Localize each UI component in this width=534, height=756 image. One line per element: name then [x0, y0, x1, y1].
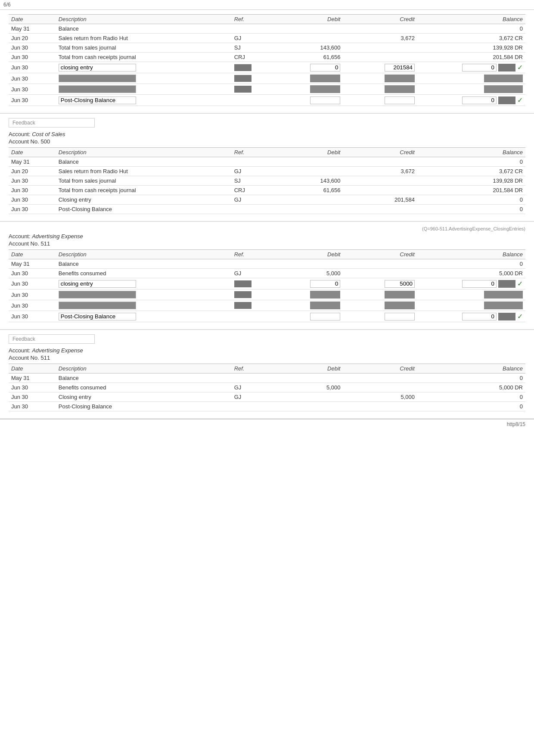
- balance-input[interactable]: [462, 64, 497, 72]
- description-input[interactable]: [59, 75, 136, 82]
- debit-cell: [269, 373, 343, 383]
- debit-cell: [269, 311, 343, 322]
- balance-cell: 3,672 CR: [417, 34, 525, 43]
- day: 30: [22, 196, 28, 203]
- credit-cell: [343, 62, 417, 73]
- credit-cell: 5,000: [343, 392, 417, 402]
- balance-dark: [484, 75, 523, 82]
- description-cell: Sales return from Radio Hut: [56, 34, 232, 43]
- description-input[interactable]: [59, 280, 136, 288]
- balance-input[interactable]: [462, 313, 497, 320]
- debit-input[interactable]: [310, 280, 340, 288]
- date-cell: Jun 30: [9, 300, 56, 311]
- day: 30: [22, 270, 28, 277]
- month: May: [11, 261, 22, 267]
- debit-cell: [269, 300, 343, 311]
- col-header-desc3: Description: [56, 250, 232, 259]
- credit-cell: [343, 383, 417, 392]
- day: 31: [23, 25, 29, 32]
- col-header-desc: Description: [56, 15, 232, 24]
- date-cell: Jun 30: [9, 205, 56, 214]
- balance-cell: 0: [417, 259, 525, 269]
- credit-cell: [343, 311, 417, 322]
- ref-dark-indicator: [234, 86, 251, 93]
- date-cell: Jun 30: [9, 62, 56, 73]
- debit-cell: 61,656: [269, 53, 343, 62]
- debit-input[interactable]: [310, 96, 340, 104]
- date-cell: Jun 30: [9, 289, 56, 300]
- date-cell: Jun 30: [9, 176, 56, 186]
- debit-input[interactable]: [310, 64, 340, 72]
- date-cell: Jun 30: [9, 73, 56, 84]
- date-cell: Jun 30: [9, 392, 56, 402]
- date-cell: Jun 30: [9, 269, 56, 278]
- credit-cell: [343, 402, 417, 411]
- description-cell: [56, 62, 232, 73]
- balance-cell: 0: [417, 402, 525, 411]
- month: May: [11, 375, 22, 381]
- day: 30: [22, 292, 28, 298]
- balance-input[interactable]: [462, 96, 497, 104]
- description-cell: Post-Closing Balance: [56, 205, 232, 214]
- month: Jun: [11, 97, 20, 103]
- month: Jun: [11, 384, 20, 391]
- month: Jun: [11, 168, 20, 174]
- description-cell: Closing entry: [56, 195, 232, 205]
- description-input[interactable]: [59, 96, 136, 104]
- debit-input[interactable]: [310, 313, 340, 320]
- col-header-desc4: Description: [56, 364, 232, 373]
- table-row: Jun 30Post-Closing Balance0: [9, 205, 525, 214]
- table-row: Jun 30Total from cash receipts journalCR…: [9, 186, 525, 195]
- description-input[interactable]: [59, 302, 136, 309]
- ref-dark-indicator: [234, 280, 251, 287]
- description-cell: Sales return from Radio Hut: [56, 167, 232, 176]
- table-row: Jun 30Closing entryGJ201,5840: [9, 195, 525, 205]
- debit-cell: [269, 205, 343, 214]
- description-input[interactable]: [59, 313, 136, 320]
- debit-dark: [310, 291, 340, 299]
- col-header-ref4: Ref.: [232, 364, 269, 373]
- credit-input[interactable]: [385, 64, 415, 72]
- col-header-ref3: Ref.: [232, 250, 269, 259]
- debit-cell: [269, 289, 343, 300]
- date-cell: Jun 30: [9, 278, 56, 289]
- advertising-feedback-table: Date Description Ref. Debit Credit Balan…: [9, 364, 525, 411]
- ref-cell: CRJ: [232, 186, 269, 195]
- month: May: [11, 159, 22, 165]
- credit-input[interactable]: [385, 280, 415, 288]
- description-input[interactable]: [59, 291, 136, 299]
- day: 30: [22, 206, 28, 212]
- balance-text: 201,584 DR: [493, 54, 523, 60]
- ref-cell: [232, 300, 269, 311]
- debit-cell: [269, 259, 343, 269]
- credit-input[interactable]: [385, 96, 415, 104]
- description-cell: Balance: [56, 259, 232, 269]
- col-header-balance3: Balance: [417, 250, 525, 259]
- col-header-date4: Date: [9, 364, 56, 373]
- col-header-date3: Date: [9, 250, 56, 259]
- balance-cell: 3,672 CR: [417, 167, 525, 176]
- balance-input[interactable]: [462, 280, 497, 288]
- table-row: May 31Balance0: [9, 259, 525, 269]
- description-cell: Total from sales journal: [56, 176, 232, 186]
- balance-cell: 139,928 DR: [417, 176, 525, 186]
- description-input[interactable]: [59, 85, 136, 93]
- credit-input[interactable]: [385, 313, 415, 320]
- date-cell: Jun 20: [9, 167, 56, 176]
- balance-cell: ✓: [417, 311, 525, 322]
- feedback-label-1: Feedback: [9, 118, 95, 128]
- balance-dark-suffix: [498, 313, 515, 320]
- balance-cell: 0: [417, 373, 525, 383]
- debit-cell: 143,600: [269, 176, 343, 186]
- ref-cell: [232, 278, 269, 289]
- date-cell: May 31: [9, 259, 56, 269]
- col-header-credit: Credit: [343, 15, 417, 24]
- advertising-hint: (Q=960-511.AdvertisingExpense_ClosingEnt…: [9, 226, 525, 231]
- month: Jun: [11, 187, 20, 193]
- cost-of-sales-table: Date Description Ref. Debit Credit Balan…: [9, 147, 525, 214]
- balance-dark-suffix: [498, 96, 515, 104]
- date-cell: Jun 30: [9, 43, 56, 53]
- description-input[interactable]: [59, 64, 136, 72]
- day: 30: [22, 384, 28, 391]
- description-cell: Benefits consumed: [56, 383, 232, 392]
